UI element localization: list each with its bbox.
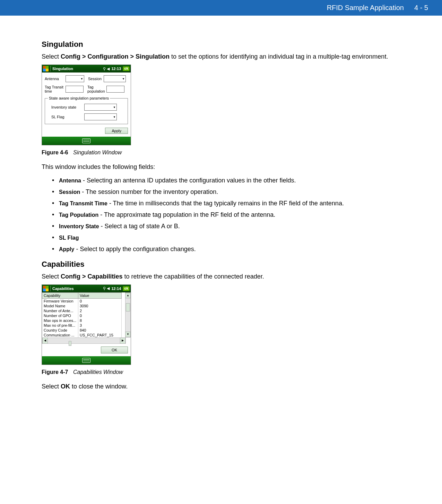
chevron-down-icon: ▼ <box>80 77 83 80</box>
list-item: Apply - Select to apply the configuratio… <box>52 246 400 253</box>
chevron-down-icon: ▼ <box>113 106 116 109</box>
singulation-intro: Select Config > Configuration > Singulat… <box>42 52 400 61</box>
scroll-thumb[interactable] <box>69 341 71 346</box>
field-term: Tag Population <box>59 212 98 218</box>
singulation-menu-path: Config > Configuration > Singulation <box>61 53 170 60</box>
capability-cell: Model Name <box>42 304 78 308</box>
device-footer <box>42 137 131 145</box>
vertical-scrollbar[interactable]: ▲ ▼ <box>125 292 131 338</box>
value-cell: 3 <box>78 323 122 328</box>
table-row[interactable]: Country Code840 <box>42 328 122 333</box>
keyboard-icon[interactable] <box>82 138 90 143</box>
field-desc: - Select a tag of state A or B. <box>99 223 180 230</box>
field-desc: - Select to apply the configuration chan… <box>74 246 196 253</box>
capability-cell: Country Code <box>42 328 78 333</box>
tag-population-input[interactable] <box>106 86 124 93</box>
header-page-number: 4 - 5 <box>414 4 428 12</box>
table-row[interactable]: Firmware Version0 <box>42 298 122 304</box>
start-icon[interactable] <box>43 286 49 291</box>
capability-cell: Number of Ante... <box>42 308 78 313</box>
device-titlebar: Capabilities ⚲ ◀ 12:14 ok <box>42 285 131 292</box>
value-cell: 0 <box>78 313 122 318</box>
value-header[interactable]: Value <box>78 292 122 298</box>
capability-cell: Max ops in acces... <box>42 318 78 323</box>
tag-transit-input[interactable] <box>66 86 84 93</box>
value-cell: 2 <box>78 308 122 313</box>
volume-icon: ◀ <box>107 286 110 291</box>
header-title: RFID Sample Application <box>327 4 404 12</box>
singulation-heading: Singulation <box>42 40 400 49</box>
field-desc: - The session number for the inventory o… <box>80 188 218 195</box>
list-item: Tag Population - The approximate tag pop… <box>52 211 400 219</box>
field-desc: - The approximate tag population in the … <box>98 211 275 218</box>
device-footer <box>42 356 131 365</box>
capabilities-table: Capability Value Firmware Version0Model … <box>42 292 122 338</box>
scroll-down-icon[interactable]: ▼ <box>125 332 131 337</box>
antenna-select[interactable]: ▼ <box>66 75 84 82</box>
capability-cell: Max no of pre-filt... <box>42 323 78 328</box>
horizontal-scrollbar[interactable]: ◀ ▶ <box>42 338 126 344</box>
table-row[interactable]: Communication ...US_FCC_PART_15 <box>42 333 122 338</box>
scroll-up-icon[interactable]: ▲ <box>125 293 131 298</box>
value-cell: 0 <box>78 298 122 304</box>
scroll-left-icon[interactable]: ◀ <box>42 338 48 344</box>
volume-icon: ◀ <box>107 67 110 71</box>
figure-4-6-caption: Figure 4-6 Singulation Window <box>42 150 400 156</box>
value-cell: 840 <box>78 328 122 333</box>
table-row[interactable]: Model Name3090 <box>42 304 122 308</box>
scroll-thumb[interactable] <box>126 303 130 311</box>
chevron-down-icon: ▼ <box>113 116 116 119</box>
inventory-state-label: Inventory state <box>51 105 83 109</box>
field-term: Session <box>59 189 80 195</box>
table-row[interactable]: Max ops in acces...8 <box>42 318 122 323</box>
session-label: Session <box>88 77 102 81</box>
signal-icon: ⚲ <box>103 286 106 291</box>
capabilities-footer: Select OK to close the window. <box>42 382 400 391</box>
capabilities-menu-path: Config > Capabilities <box>61 273 123 280</box>
capability-cell: Communication ... <box>42 333 78 338</box>
chevron-down-icon: ▼ <box>122 77 125 80</box>
capabilities-intro: Select Config > Capabilities to retrieve… <box>42 272 400 281</box>
capability-header[interactable]: Capability <box>42 292 78 298</box>
field-term: Antenna <box>59 178 81 183</box>
device-titlebar: Singulation ⚲ ◀ 12:13 ok <box>42 65 131 72</box>
capability-cell: Firmware Version <box>42 298 78 304</box>
titlebar-ok-button[interactable]: ok <box>123 66 130 71</box>
state-aware-legend: State aware singulation parameters <box>48 96 110 100</box>
signal-icon: ⚲ <box>103 67 106 71</box>
device-clock: 12:14 <box>111 287 121 291</box>
value-cell: 3090 <box>78 304 122 308</box>
start-icon[interactable] <box>43 66 49 71</box>
ok-button[interactable]: OK <box>101 347 128 353</box>
device-app-title: Singulation <box>52 67 101 71</box>
fields-intro: This window includes the following field… <box>42 163 400 171</box>
titlebar-ok-button[interactable]: ok <box>123 286 130 291</box>
scroll-right-icon[interactable]: ▶ <box>120 338 125 344</box>
table-row[interactable]: Max no of pre-filt...3 <box>42 323 122 328</box>
field-term: Inventory State <box>59 223 99 229</box>
device-app-title: Capabilities <box>52 287 101 291</box>
singulation-device-frame: Singulation ⚲ ◀ 12:13 ok Antenna ▼ Sessi… <box>42 65 131 145</box>
apply-button[interactable]: Apply <box>105 128 128 134</box>
value-cell: 8 <box>78 318 122 323</box>
session-select[interactable]: ▼ <box>104 75 126 82</box>
inventory-state-select[interactable]: ▼ <box>84 104 117 111</box>
table-row[interactable]: Number of GPO0 <box>42 313 122 318</box>
capabilities-device-frame: Capabilities ⚲ ◀ 12:14 ok Capability Val… <box>42 284 131 365</box>
antenna-label: Antenna <box>45 77 64 81</box>
keyboard-icon[interactable] <box>82 358 90 363</box>
field-term: SL Flag <box>59 235 79 241</box>
sl-flag-label: SL Flag <box>51 115 83 119</box>
capabilities-heading: Capabilities <box>42 260 400 269</box>
list-item: SL Flag <box>52 234 400 241</box>
table-row[interactable]: Number of Ante...2 <box>42 308 122 313</box>
list-item: Session - The session number for the inv… <box>52 188 400 196</box>
page-content: Singulation Select Config > Configuratio… <box>0 16 442 401</box>
sl-flag-select[interactable]: ▼ <box>84 113 117 120</box>
device-clock: 12:13 <box>111 67 121 71</box>
figure-4-7-caption: Figure 4-7 Capabilities Window <box>42 369 400 375</box>
field-term: Tag Transmit Time <box>59 200 107 206</box>
capability-cell: Number of GPO <box>42 313 78 318</box>
tag-transit-label: Tag Transit time <box>45 85 64 93</box>
singulation-fields-list: Antenna - Selecting an antenna ID update… <box>42 177 400 253</box>
